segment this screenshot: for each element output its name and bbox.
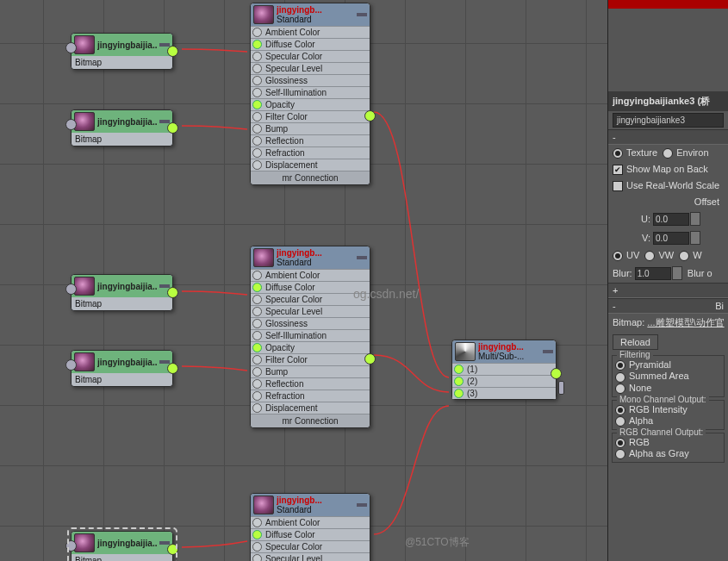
slot-port[interactable] (252, 367, 262, 377)
slot-glossiness[interactable]: Glossiness (251, 74, 370, 86)
u-offset-input[interactable] (653, 213, 689, 226)
collapse-icon[interactable] (543, 350, 553, 353)
output-port[interactable] (167, 287, 178, 298)
radio-rgb-intensity[interactable] (615, 405, 625, 415)
slot-port[interactable] (252, 112, 262, 122)
slot-port[interactable] (252, 343, 262, 352)
slot-port[interactable] (252, 283, 262, 292)
bitmap-path-button[interactable]: ...雕塑模型\动作官 (647, 317, 724, 327)
slot-port[interactable] (252, 391, 262, 401)
slot-port[interactable] (252, 319, 262, 328)
slot-filter-color[interactable]: Filter Color (251, 110, 370, 122)
node-header[interactable]: jingyingb...Standard (251, 3, 370, 26)
check-realworld[interactable] (613, 181, 623, 191)
standard-material-node[interactable]: jingyingb...StandardAmbient ColorDiffuse… (250, 493, 370, 561)
v-offset-input[interactable] (653, 232, 689, 245)
collapse-icon[interactable] (159, 541, 170, 545)
output-port[interactable] (551, 368, 562, 379)
slot-port[interactable] (252, 124, 262, 134)
output-port[interactable] (167, 122, 178, 134)
radio-w[interactable] (679, 251, 689, 261)
slot-opacity[interactable]: Opacity (251, 341, 370, 353)
collapse-icon[interactable] (159, 284, 170, 288)
slot-port[interactable] (252, 52, 262, 61)
collapse-icon[interactable] (159, 120, 170, 123)
slot-refraction[interactable]: Refraction (251, 146, 370, 159)
slot-opacity[interactable]: Opacity (251, 98, 370, 110)
side-port[interactable] (558, 381, 564, 395)
slot-self-illumination[interactable]: Self-Illumination (251, 86, 370, 98)
radio-uv[interactable] (613, 251, 623, 261)
slot-port[interactable] (252, 88, 262, 97)
slot-port[interactable] (252, 64, 262, 73)
mr-connection-slot[interactable]: mr Connection (251, 414, 370, 427)
input-port[interactable] (65, 540, 77, 552)
mr-connection-slot[interactable]: mr Connection (251, 171, 370, 184)
sub-material-slot[interactable]: (2) (452, 375, 556, 387)
radio-summed[interactable] (615, 372, 625, 383)
slot-displacement[interactable]: Displacement (251, 159, 370, 171)
slot-port[interactable] (252, 307, 262, 316)
bitmap-node[interactable]: jingyingbaijia...Bitmap (71, 33, 173, 70)
slot-port[interactable] (454, 377, 464, 386)
slot-port[interactable] (252, 542, 262, 552)
node-header[interactable]: jingyingb...Standard (251, 494, 370, 516)
node-header[interactable]: jingyingbaijia... (72, 110, 172, 133)
section-header[interactable]: -Bi (608, 298, 728, 314)
bitmap-node[interactable]: jingyingbaijia...Bitmap (71, 350, 173, 387)
radio-none[interactable] (615, 383, 625, 394)
slot-diffuse-color[interactable]: Diffuse Color (251, 281, 370, 293)
reload-button[interactable]: Reload (613, 334, 658, 350)
slot-filter-color[interactable]: Filter Color (251, 353, 370, 365)
slot-specular-color[interactable]: Specular Color (251, 540, 370, 552)
slot-port[interactable] (252, 271, 262, 280)
spinner-icon[interactable] (672, 266, 682, 280)
output-port[interactable] (167, 363, 178, 374)
input-port[interactable] (65, 359, 77, 371)
slot-port[interactable] (252, 76, 262, 85)
spinner-icon[interactable] (690, 231, 700, 245)
slot-ambient-color[interactable]: Ambient Color (251, 26, 370, 38)
bitmap-node[interactable]: jingyingbaijia...Bitmap (71, 531, 173, 561)
collapse-icon[interactable] (159, 360, 170, 364)
node-header[interactable]: jingyingbaijia... (72, 34, 172, 56)
slot-port[interactable] (252, 100, 262, 109)
radio-rgb[interactable] (615, 438, 625, 448)
slot-specular-level[interactable]: Specular Level (251, 305, 370, 317)
bitmap-node[interactable]: jingyingbaijia...Bitmap (71, 109, 173, 146)
slot-refraction[interactable]: Refraction (251, 390, 370, 402)
slot-ambient-color[interactable]: Ambient Color (251, 269, 370, 281)
slot-specular-level[interactable]: Specular Level (251, 552, 370, 561)
slot-specular-color[interactable]: Specular Color (251, 50, 370, 62)
radio-environ[interactable] (663, 148, 673, 159)
radio-alpha[interactable] (615, 416, 625, 427)
slot-bump[interactable]: Bump (251, 365, 370, 377)
collapse-icon[interactable] (159, 43, 170, 47)
slot-displacement[interactable]: Displacement (251, 402, 370, 414)
section-plus[interactable]: + (608, 283, 728, 298)
slot-port[interactable] (454, 389, 464, 398)
bitmap-node[interactable]: jingyingbaijia...Bitmap (71, 274, 173, 311)
blur-input[interactable] (635, 267, 671, 280)
slot-port[interactable] (252, 518, 262, 527)
input-port[interactable] (65, 119, 77, 130)
collapse-icon[interactable] (357, 13, 367, 16)
spinner-icon[interactable] (690, 212, 700, 226)
input-port[interactable] (65, 42, 77, 53)
slot-port[interactable] (252, 136, 262, 146)
slot-diffuse-color[interactable]: Diffuse Color (251, 528, 370, 540)
slot-diffuse-color[interactable]: Diffuse Color (251, 38, 370, 50)
slot-bump[interactable]: Bump (251, 122, 370, 134)
slot-port[interactable] (252, 148, 262, 158)
slot-port[interactable] (252, 160, 262, 170)
multi-sub-node[interactable]: jingyingb... Multi/Sub-... (1)(2)(3) (451, 340, 557, 400)
collapse-icon[interactable] (357, 503, 367, 507)
slot-ambient-color[interactable]: Ambient Color (251, 516, 370, 528)
output-port[interactable] (364, 110, 376, 122)
slot-port[interactable] (252, 554, 262, 561)
slot-port[interactable] (252, 355, 262, 365)
radio-pyramidal[interactable] (615, 360, 625, 371)
slot-port[interactable] (252, 28, 262, 37)
radio-texture[interactable] (613, 148, 623, 159)
radio-vw[interactable] (644, 251, 655, 261)
